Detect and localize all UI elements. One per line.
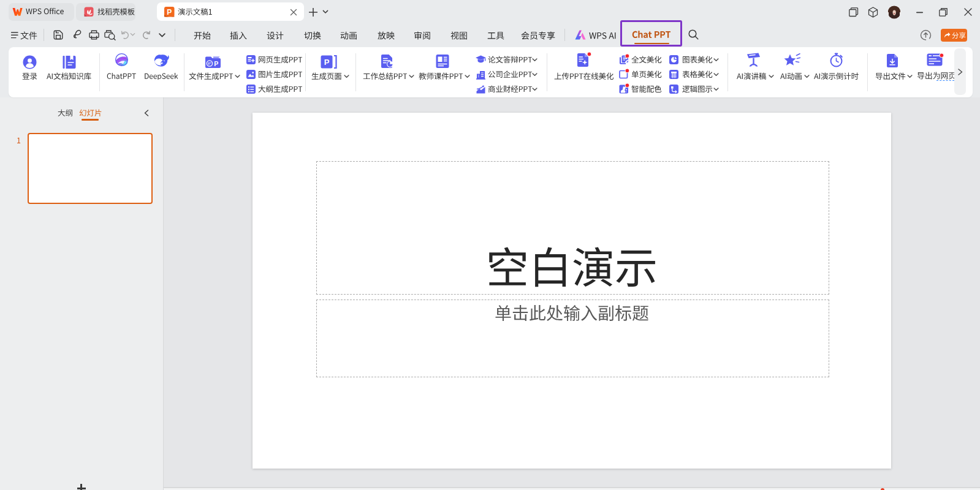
svg-text:P: P xyxy=(324,58,330,67)
svg-text:P: P xyxy=(214,60,218,67)
